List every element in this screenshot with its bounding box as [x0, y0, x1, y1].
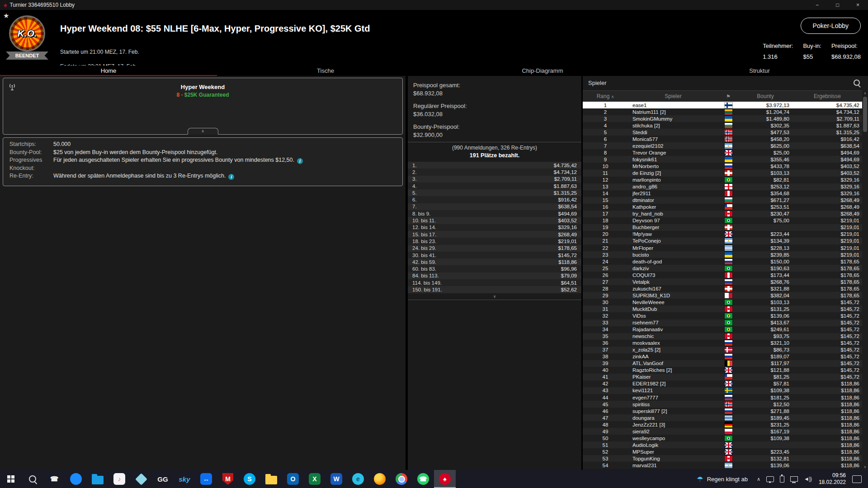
player-row[interactable]: 14jfer2911$354,68$329,16: [583, 190, 862, 197]
player-row[interactable]: 48JenzZz221 [3]$231,25$118,86: [583, 421, 862, 428]
players-scrollbar[interactable]: ∧ ∨: [862, 90, 868, 470]
phone-app-icon[interactable]: ☎: [43, 470, 65, 488]
player-row[interactable]: 42EDER1982 [2]$57,81$118,86: [583, 380, 862, 387]
player-row[interactable]: 3SmokinGMummy$1.489,80$2.709,11: [583, 115, 862, 122]
maximize-button[interactable]: □: [827, 0, 848, 10]
player-row[interactable]: 2Natrium111 [2]$1.204,74$4.734,12: [583, 108, 862, 115]
clock[interactable]: 09:56 18.02.2022: [814, 472, 850, 486]
column-header-flag[interactable]: ⚑: [718, 94, 738, 99]
pokerstars-app-icon[interactable]: ♠: [434, 470, 456, 488]
itunes-app-icon[interactable]: ♪: [108, 470, 130, 488]
info-icon[interactable]: i: [228, 174, 234, 180]
player-row[interactable]: 16Kathpoker$253,51$268,49: [583, 204, 862, 211]
start-button[interactable]: [0, 470, 22, 488]
player-row[interactable]: 47doungara$189,45$118,86: [583, 414, 862, 421]
player-row[interactable]: 4stilchuka [2]$302,35$1.887,63: [583, 122, 862, 129]
column-header-player[interactable]: Spieler: [628, 93, 718, 99]
firefox-app-icon[interactable]: [369, 470, 391, 488]
scroll-down-icon[interactable]: ∨: [862, 465, 868, 469]
player-row[interactable]: 52MPSuper$223,45$118,86: [583, 448, 862, 455]
player-row[interactable]: 8Trevor Orange$25,00$494,69: [583, 149, 862, 156]
player-row[interactable]: 23bucisto$239,85$219,01: [583, 251, 862, 258]
player-row[interactable]: 15dtminator$671,27$268,49: [583, 197, 862, 204]
usb-icon[interactable]: [780, 476, 784, 483]
sky-app-icon[interactable]: sky: [174, 470, 195, 488]
collapse-handle[interactable]: ∧: [188, 128, 218, 135]
tab-tische[interactable]: Tische: [217, 66, 434, 76]
chrome-app-icon[interactable]: [391, 470, 412, 488]
player-row[interactable]: 11de Einzig [2]$103,13$403,52: [583, 169, 862, 176]
player-row[interactable]: 37x_zola25 [2]$86,73$145,72: [583, 347, 862, 353]
player-row[interactable]: 21TePoConejo$134,39$219,01: [583, 238, 862, 244]
player-row[interactable]: 28zukuschi167$321,88$178,65: [583, 285, 862, 292]
tab-struktur[interactable]: Struktur: [651, 66, 868, 76]
weather-widget[interactable]: ☂ Regen klingt ab: [690, 470, 754, 488]
search-button[interactable]: [22, 470, 43, 488]
close-button[interactable]: ×: [848, 0, 868, 10]
teamviewer-app-icon[interactable]: ↔: [195, 470, 217, 488]
column-header-bounty[interactable]: Bounty: [738, 93, 793, 99]
favorite-star-icon[interactable]: ★: [3, 12, 9, 20]
column-header-results[interactable]: Ergebnisse: [793, 93, 862, 99]
volume-icon[interactable]: ◄)): [804, 476, 811, 482]
info-icon[interactable]: i: [297, 158, 303, 164]
word-app-icon[interactable]: W: [326, 470, 347, 488]
player-row[interactable]: 27Vetalpk$268,76$178,65: [583, 278, 862, 285]
player-row[interactable]: 46superskill77 [2]$271,88$118,86: [583, 408, 862, 414]
player-row[interactable]: 24death-of-god$150,00$178,65: [583, 258, 862, 265]
player-row[interactable]: 12marllonpinto$82,81$329,16: [583, 177, 862, 183]
poker-lobby-button[interactable]: Poker-Lobby: [801, 18, 861, 34]
player-row[interactable]: 30NevilleWeeee$103,13$145,72: [583, 299, 862, 305]
player-row[interactable]: 29SUPR3M3_K1D$382,04$178,65: [583, 292, 862, 299]
file-explorer-app-icon[interactable]: [260, 470, 282, 488]
whatsapp-app-icon[interactable]: ☎: [412, 470, 434, 488]
dev-tool-app-icon[interactable]: [130, 470, 152, 488]
player-row[interactable]: 40RagztoRiches [2]$121,88$145,72: [583, 367, 862, 374]
prize-list-expander[interactable]: ∨: [408, 293, 581, 300]
player-row[interactable]: 31MuckitDub$131,25$145,72: [583, 305, 862, 312]
search-icon[interactable]: [854, 80, 860, 86]
player-row[interactable]: 1ease1$3.972,13$4.735,42: [583, 102, 862, 108]
player-row[interactable]: 39ATL.VanGoof$117,97$145,72: [583, 360, 862, 367]
player-row[interactable]: 51AudioLogik$118,86: [583, 441, 862, 448]
tab-home[interactable]: Home: [0, 66, 217, 76]
player-row[interactable]: 5Steddi$477,53$1.315,25: [583, 129, 862, 136]
player-row[interactable]: 22MrFloper$228,13$219,01: [583, 244, 862, 251]
column-header-rank[interactable]: Rang ∧: [583, 93, 628, 99]
player-row[interactable]: 19Buchberger$219,01: [583, 224, 862, 231]
player-row[interactable]: 26COQUI73$173,44$178,65: [583, 272, 862, 278]
player-row[interactable]: 9fokysnik61$355,46$494,69: [583, 156, 862, 163]
edge-app-icon[interactable]: e: [347, 470, 369, 488]
player-row[interactable]: 33rsehnem77$413,67$145,72: [583, 319, 862, 326]
player-row[interactable]: 25darkziv$190,63$178,65: [583, 265, 862, 272]
network-icon[interactable]: [790, 476, 798, 482]
cast-icon[interactable]: [766, 476, 774, 482]
player-row[interactable]: 18Deyvson 97$75,00$219,01: [583, 217, 862, 224]
player-row[interactable]: 53TopgunKing$132,81$118,86: [583, 455, 862, 462]
player-row[interactable]: 6Monica577$458,20$916,42: [583, 136, 862, 142]
scroll-up-icon[interactable]: ∧: [862, 91, 868, 95]
player-row[interactable]: 35newschic$93,75$145,72: [583, 333, 862, 340]
player-row[interactable]: 32ViDss$139,06$145,72: [583, 312, 862, 319]
player-row[interactable]: 36moskvaalex$321,10$145,72: [583, 340, 862, 347]
player-row[interactable]: 34Rajadanaativ$249,61$145,72: [583, 326, 862, 333]
outlook-app-icon[interactable]: O: [282, 470, 304, 488]
mcafee-app-icon[interactable]: M: [217, 470, 239, 488]
excel-app-icon[interactable]: X: [304, 470, 326, 488]
player-row[interactable]: 17try_hard_nob$230,47$268,49: [583, 211, 862, 217]
player-row[interactable]: 44evgen7777$181,25$118,86: [583, 394, 862, 401]
player-row[interactable]: 10MrNorberto$433,78$403,52: [583, 163, 862, 169]
player-row[interactable]: 49siera92$167,19$118,86: [583, 428, 862, 435]
player-row[interactable]: 54marval231$139,06$118,86: [583, 462, 862, 469]
chevron-up-icon[interactable]: ∧: [757, 476, 760, 482]
player-row[interactable]: 50weslleycampo$109,38$118,86: [583, 435, 862, 441]
messenger-app-icon[interactable]: [65, 470, 87, 488]
player-row[interactable]: 20!Mp!yaw$223,44$219,01: [583, 231, 862, 238]
player-row[interactable]: 7ezequiel2102$625,00$638,54: [583, 142, 862, 149]
tab-chip-diagramm[interactable]: Chip-Diagramm: [434, 66, 651, 76]
player-row[interactable]: 45spiritiss$12,50$118,86: [583, 401, 862, 408]
player-row[interactable]: 38zinkAA$189,07$145,72: [583, 353, 862, 360]
player-row[interactable]: 13andro_g86$253,12$329,16: [583, 183, 862, 190]
skype-app-icon[interactable]: S: [239, 470, 260, 488]
minimize-button[interactable]: −: [807, 0, 827, 10]
